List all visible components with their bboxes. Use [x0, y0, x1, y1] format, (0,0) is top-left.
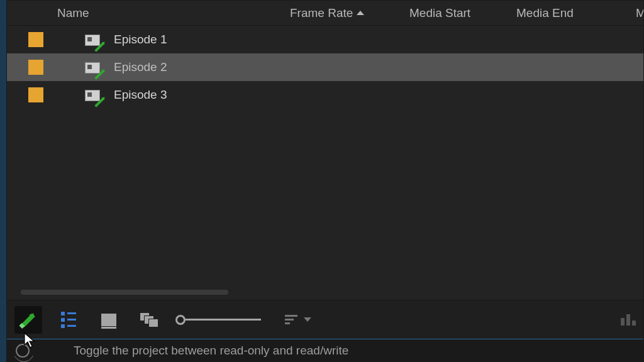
column-header-name[interactable]: Name	[51, 6, 284, 20]
column-header-media-start[interactable]: Media Start	[403, 6, 510, 20]
chevron-down-icon	[304, 317, 311, 322]
sequence-icon	[85, 33, 103, 47]
sort-menu-button[interactable]	[274, 315, 311, 324]
row-name-text: Episode 1	[114, 33, 167, 47]
sequence-icon	[85, 60, 103, 74]
icon-view-icon	[101, 314, 116, 326]
freeform-view-button[interactable]	[135, 306, 163, 334]
list-view-icon	[61, 312, 76, 328]
column-header-next[interactable]: Me	[630, 6, 643, 20]
row-name-text: Episode 3	[114, 88, 167, 102]
project-toolbar	[7, 300, 643, 339]
label-swatch-icon	[28, 32, 43, 47]
project-rows: Episode 1 Episode 2 Episode 3	[7, 26, 643, 286]
project-row[interactable]: Episode 1	[7, 26, 643, 53]
row-name-cell: Episode 2	[51, 60, 284, 74]
sort-ascending-icon	[357, 11, 364, 15]
column-header-framerate-label: Frame Rate	[290, 6, 353, 20]
project-row[interactable]: Episode 2	[7, 53, 643, 81]
project-row[interactable]: Episode 3	[7, 81, 643, 109]
row-name-cell: Episode 3	[51, 88, 284, 102]
column-header-media-end[interactable]: Media End	[510, 6, 630, 20]
column-header-name-label: Name	[57, 6, 89, 19]
creative-cloud-icon[interactable]	[16, 344, 30, 358]
thumbnail-zoom-slider[interactable]	[175, 315, 261, 325]
list-view-button[interactable]	[55, 306, 82, 334]
icon-view-button[interactable]	[95, 306, 123, 334]
freeform-view-icon	[140, 312, 158, 327]
horizontal-scroll-thumb[interactable]	[21, 290, 228, 295]
row-name-text: Episode 2	[114, 60, 167, 74]
zoom-track	[186, 319, 261, 321]
column-header-media-start-label: Media Start	[409, 6, 470, 19]
row-name-cell: Episode 1	[51, 33, 284, 47]
column-header-row: Name Frame Rate Media Start Media End Me	[7, 1, 643, 26]
column-header-next-label: Me	[636, 6, 643, 19]
column-header-framerate[interactable]: Frame Rate	[284, 6, 403, 20]
row-label-color	[7, 87, 51, 102]
column-header-media-end-label: Media End	[516, 6, 574, 19]
toggle-read-write-button[interactable]	[14, 306, 42, 334]
project-panel: Name Frame Rate Media Start Media End Me…	[6, 0, 644, 362]
automate-to-sequence-button[interactable]	[621, 314, 636, 326]
status-bar: Toggle the project between read-only and…	[7, 339, 643, 361]
label-swatch-icon	[28, 60, 43, 75]
horizontal-scrollbar[interactable]	[21, 290, 643, 295]
label-swatch-icon	[28, 87, 43, 102]
status-tooltip-text: Toggle the project between read-only and…	[74, 344, 348, 358]
row-label-color	[7, 60, 51, 75]
sort-icon	[285, 315, 297, 324]
panel-left-accent	[0, 0, 6, 362]
pencil-icon	[19, 310, 38, 329]
row-label-color	[7, 32, 51, 47]
sequence-icon	[85, 88, 103, 102]
zoom-knob-icon	[175, 315, 186, 325]
